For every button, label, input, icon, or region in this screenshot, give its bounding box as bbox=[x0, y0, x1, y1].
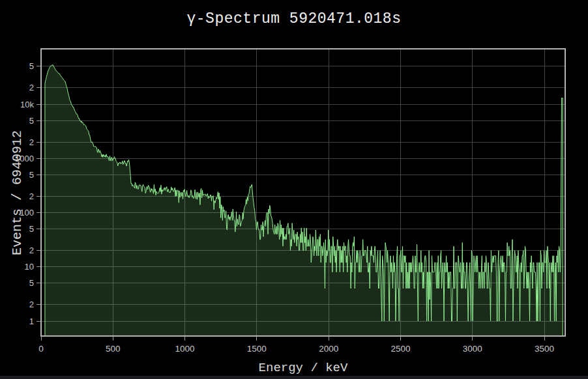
x-tick-label: 2000 bbox=[319, 344, 338, 354]
y-tick-labels: 12510251002510002510k25 bbox=[15, 61, 34, 326]
y-tick-label: 2 bbox=[29, 246, 34, 255]
x-tick-label: 3000 bbox=[463, 344, 482, 354]
x-tick-label: 1000 bbox=[175, 344, 195, 354]
spectrum-chart: 12510251002510002510k2505001000150020002… bbox=[0, 0, 588, 379]
y-tick-label: 5 bbox=[29, 116, 34, 126]
y-tick-label: 5 bbox=[29, 224, 34, 234]
x-axis-title: Energy / keV bbox=[41, 361, 565, 375]
y-tick-label: 1 bbox=[29, 316, 34, 326]
gamma-spectrum-window: γ-Spectrum 5920471.018s Events / 6940912… bbox=[0, 0, 588, 379]
spectrum-fill bbox=[45, 65, 563, 336]
y-tick-label: 2 bbox=[29, 300, 34, 309]
window-bottom-edge bbox=[0, 376, 588, 379]
y-tick-label: 10k bbox=[20, 100, 34, 109]
y-tick-label: 5 bbox=[29, 278, 34, 288]
y-tick-label: 10 bbox=[25, 262, 34, 272]
y-tick-label: 1000 bbox=[15, 154, 34, 163]
x-tick-label: 1500 bbox=[247, 344, 267, 354]
y-tick-label: 5 bbox=[29, 61, 34, 71]
y-tick-label: 2 bbox=[29, 137, 34, 147]
y-tick-label: 100 bbox=[20, 208, 34, 218]
x-tick-label: 2500 bbox=[390, 344, 410, 354]
y-tick-label: 5 bbox=[29, 170, 34, 180]
y-tick-label: 2 bbox=[29, 83, 34, 92]
x-tick-labels: 0500100015002000250030003500 bbox=[38, 344, 554, 354]
x-tick-label: 500 bbox=[106, 344, 121, 354]
x-tick-label: 3500 bbox=[535, 344, 554, 354]
x-tick-label: 0 bbox=[38, 344, 44, 354]
y-tick-label: 2 bbox=[29, 191, 34, 201]
